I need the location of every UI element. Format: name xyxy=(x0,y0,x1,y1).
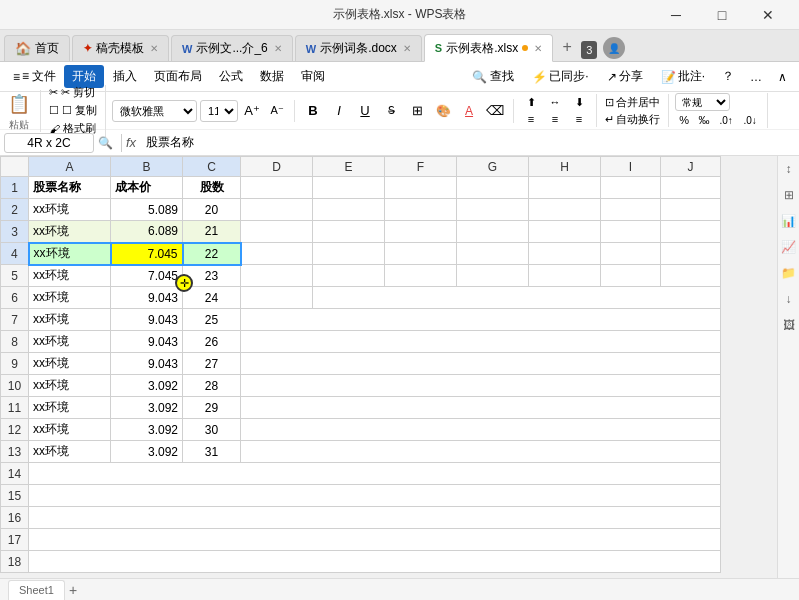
thousand-button[interactable]: ‰ xyxy=(695,112,713,128)
cell-D3[interactable] xyxy=(241,221,313,243)
tab-word1[interactable]: W 示例文...介_6 ✕ xyxy=(171,35,293,61)
bold-button[interactable]: B xyxy=(301,99,325,123)
menu-formula[interactable]: 公式 xyxy=(211,65,251,88)
cell-D6[interactable] xyxy=(241,287,313,309)
sidebar-image-icon[interactable]: 🖼 xyxy=(780,316,798,334)
row-header-16[interactable]: 16 xyxy=(1,507,29,529)
font-size-select[interactable]: 11 xyxy=(200,100,238,122)
cell-H1[interactable] xyxy=(529,177,601,199)
cell-A5[interactable]: xx环境 xyxy=(29,265,111,287)
percent-button[interactable]: % xyxy=(675,112,693,128)
row-header-4[interactable]: 4 xyxy=(1,243,29,265)
col-header-J[interactable]: J xyxy=(661,157,721,177)
cell-G5[interactable] xyxy=(457,265,529,287)
sidebar-folder-icon[interactable]: 📁 xyxy=(780,264,798,282)
num-format-select[interactable]: 常规 xyxy=(675,93,730,111)
cell-H4[interactable] xyxy=(529,243,601,265)
row-header-9[interactable]: 9 xyxy=(1,353,29,375)
help-button[interactable]: ？ xyxy=(716,65,740,88)
share-button[interactable]: ↗ 分享 xyxy=(600,65,650,88)
cell-B12[interactable]: 3.092 xyxy=(111,419,183,441)
cell-H2[interactable] xyxy=(529,199,601,221)
menu-insert[interactable]: 插入 xyxy=(105,65,145,88)
maximize-button[interactable]: □ xyxy=(699,1,745,29)
cell-A1[interactable]: 股票名称 xyxy=(29,177,111,199)
row-header-13[interactable]: 13 xyxy=(1,441,29,463)
row-header-8[interactable]: 8 xyxy=(1,331,29,353)
col-header-F[interactable]: F xyxy=(385,157,457,177)
row-header-14[interactable]: 14 xyxy=(1,463,29,485)
cell-A11[interactable]: xx环境 xyxy=(29,397,111,419)
align-middle-button[interactable]: ↔ xyxy=(544,94,566,110)
col-header-B[interactable]: B xyxy=(111,157,183,177)
font-name-select[interactable]: 微软雅黑 xyxy=(112,100,197,122)
row-header-10[interactable]: 10 xyxy=(1,375,29,397)
cell-E4[interactable] xyxy=(313,243,385,265)
cell-I2[interactable] xyxy=(601,199,661,221)
cell-E5[interactable] xyxy=(313,265,385,287)
cell-A4[interactable]: xx环境 xyxy=(29,243,111,265)
paste-button[interactable]: 📋 xyxy=(4,90,34,118)
clear-button[interactable]: ⌫ xyxy=(483,99,507,123)
cut-button[interactable]: ✂ ✂ 剪切 xyxy=(47,85,99,101)
font-increase-button[interactable]: A⁺ xyxy=(241,100,263,122)
align-left-button[interactable]: ≡ xyxy=(520,111,542,127)
formula-input[interactable] xyxy=(142,133,795,153)
cell-B13[interactable]: 3.092 xyxy=(111,441,183,463)
cell-J1[interactable] xyxy=(661,177,721,199)
align-top-button[interactable]: ⬆ xyxy=(520,94,542,110)
cell-D4[interactable] xyxy=(241,243,313,265)
cell-C11[interactable]: 29 xyxy=(183,397,241,419)
decimal-rem-button[interactable]: .0↓ xyxy=(739,112,761,128)
tab-wps[interactable]: ✦ 稿壳模板 ✕ xyxy=(72,35,169,61)
cell-J2[interactable] xyxy=(661,199,721,221)
copy-button[interactable]: ☐ ☐ 复制 xyxy=(47,103,99,119)
cell-F5[interactable] xyxy=(385,265,457,287)
autowrap-button[interactable]: ↵ 自动换行 xyxy=(603,111,662,127)
cell-I3[interactable] xyxy=(601,221,661,243)
cell-F1[interactable] xyxy=(385,177,457,199)
tab-word2[interactable]: W 示例词条.docx ✕ xyxy=(295,35,422,61)
col-header-D[interactable]: D xyxy=(241,157,313,177)
comment-button[interactable]: 📝 批注· xyxy=(654,65,712,88)
add-tab-button[interactable]: + xyxy=(555,35,579,59)
cell-B7[interactable]: 9.043 xyxy=(111,309,183,331)
row-header-3[interactable]: 3 xyxy=(1,221,29,243)
cell-A9[interactable]: xx环境 xyxy=(29,353,111,375)
border-button[interactable]: ⊞ xyxy=(405,99,429,123)
col-header-E[interactable]: E xyxy=(313,157,385,177)
cell-A6[interactable]: xx环境 xyxy=(29,287,111,309)
cell-E3[interactable] xyxy=(313,221,385,243)
cell-A7[interactable]: xx环境 xyxy=(29,309,111,331)
close-button[interactable]: ✕ xyxy=(745,1,791,29)
col-header-C[interactable]: C xyxy=(183,157,241,177)
underline-button[interactable]: U xyxy=(353,99,377,123)
sheet-tab[interactable]: Sheet1 xyxy=(8,580,65,600)
cell-B8[interactable]: 9.043 xyxy=(111,331,183,353)
cell-A3[interactable]: xx环境 xyxy=(29,221,111,243)
cell-C8[interactable]: 26 xyxy=(183,331,241,353)
row-header-2[interactable]: 2 xyxy=(1,199,29,221)
cell-C3[interactable]: 21 xyxy=(183,221,241,243)
cell-F4[interactable] xyxy=(385,243,457,265)
row-header-6[interactable]: 6 xyxy=(1,287,29,309)
cell-E1[interactable] xyxy=(313,177,385,199)
row-header-1[interactable]: 1 xyxy=(1,177,29,199)
fill-color-button[interactable]: 🎨 xyxy=(431,99,455,123)
cell-I4[interactable] xyxy=(601,243,661,265)
cell-B1[interactable]: 成本价 xyxy=(111,177,183,199)
cell-C13[interactable]: 31 xyxy=(183,441,241,463)
cell-I5[interactable] xyxy=(601,265,661,287)
cell-G1[interactable] xyxy=(457,177,529,199)
cell-D2[interactable] xyxy=(241,199,313,221)
cell-C12[interactable]: 30 xyxy=(183,419,241,441)
cell-D5[interactable] xyxy=(241,265,313,287)
row-header-5[interactable]: 5 xyxy=(1,265,29,287)
cell-B4[interactable]: 7.045 xyxy=(111,243,183,265)
cell-H3[interactable] xyxy=(529,221,601,243)
tab-excel-close[interactable]: ✕ xyxy=(534,43,542,54)
decimal-add-button[interactable]: .0↑ xyxy=(715,112,737,128)
cell-ref-input[interactable] xyxy=(4,133,94,153)
sidebar-scroll-up[interactable]: ↕ xyxy=(780,160,798,178)
font-color-button[interactable]: A xyxy=(457,99,481,123)
